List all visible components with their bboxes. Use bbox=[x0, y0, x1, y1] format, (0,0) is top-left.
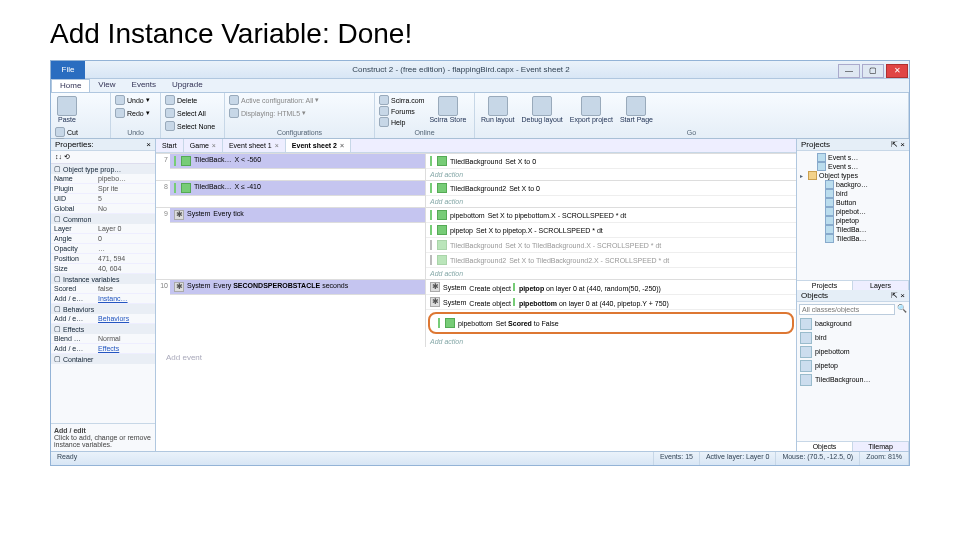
event-7[interactable]: 7 TiledBack…X < -560 TiledBackground Set… bbox=[156, 153, 796, 180]
object-item[interactable]: pipebottom bbox=[797, 345, 909, 359]
status-layer: Active layer: Layer 0 bbox=[700, 452, 776, 465]
tree-item[interactable]: TiledBa… bbox=[799, 225, 907, 234]
doc-tab-game[interactable]: Game× bbox=[184, 139, 223, 152]
cut-button[interactable]: Cut bbox=[55, 127, 83, 137]
display-config[interactable]: Displaying: HTML5 ▾ bbox=[229, 108, 306, 118]
help-link[interactable]: Help bbox=[379, 117, 424, 127]
panel-tab-layers[interactable]: Layers bbox=[853, 281, 909, 290]
tab-home[interactable]: Home bbox=[51, 79, 90, 92]
panel-tab-tilemap[interactable]: Tilemap bbox=[853, 442, 909, 451]
panel-pin[interactable]: ⇱ × bbox=[891, 140, 905, 149]
tree-item[interactable]: backgro… bbox=[799, 180, 907, 189]
run-button[interactable]: Run layout bbox=[479, 95, 516, 124]
select-none-button[interactable]: Select None bbox=[165, 121, 215, 131]
object-item[interactable]: bird bbox=[797, 331, 909, 345]
add-action[interactable]: Add action bbox=[426, 336, 796, 347]
active-config[interactable]: Active configuration: All ▾ bbox=[229, 95, 319, 105]
add-edit-effects-link[interactable]: Effects bbox=[98, 345, 152, 352]
close-icon[interactable]: × bbox=[212, 142, 216, 149]
ribbon-tabs: Home View Events Upgrade bbox=[51, 79, 909, 93]
section-effects[interactable]: Effects bbox=[51, 324, 155, 334]
close-icon[interactable]: × bbox=[275, 142, 279, 149]
ribbon: Paste Cut Copy Clipboard Undo ▾ Redo ▾ U… bbox=[51, 93, 909, 139]
sprite-icon bbox=[825, 216, 834, 225]
window-title: Construct 2 - (free edition) - flappingB… bbox=[85, 65, 837, 74]
tree-item[interactable]: Event s… bbox=[799, 153, 907, 162]
add-action[interactable]: Add action bbox=[426, 169, 796, 180]
panel-tab-projects[interactable]: Projects bbox=[797, 281, 853, 290]
status-events: Events: 15 bbox=[654, 452, 700, 465]
store-icon bbox=[438, 96, 458, 116]
add-event[interactable]: Add event bbox=[156, 347, 796, 368]
section-object-type[interactable]: Object type prop… bbox=[51, 164, 155, 174]
tree-folder-object-types[interactable]: Object types bbox=[799, 171, 907, 180]
scirra-link[interactable]: Scirra.com bbox=[379, 95, 424, 105]
event-10[interactable]: 10 SystemEvery SECONDSPEROBSTACLE second… bbox=[156, 279, 796, 347]
start-page-button[interactable]: Start Page bbox=[618, 95, 655, 124]
tree-item[interactable]: pipebot… bbox=[799, 207, 907, 216]
system-icon bbox=[174, 210, 184, 220]
sprite-icon bbox=[800, 346, 812, 358]
undo-group-label: Undo bbox=[115, 129, 156, 136]
section-container[interactable]: Container bbox=[51, 354, 155, 364]
panel-tab-objects[interactable]: Objects bbox=[797, 442, 853, 451]
globe-icon bbox=[379, 95, 389, 105]
section-instance-vars[interactable]: Instance variables bbox=[51, 274, 155, 284]
doc-tab-sheet2[interactable]: Event sheet 2× bbox=[286, 139, 351, 152]
export-button[interactable]: Export project bbox=[568, 95, 615, 124]
close-button[interactable]: ✕ bbox=[886, 64, 908, 78]
search-icon[interactable]: 🔍 bbox=[897, 304, 907, 315]
event-9[interactable]: 9 SystemEvery tick pipebottom Set X to p… bbox=[156, 207, 796, 279]
select-none-icon bbox=[165, 121, 175, 131]
cut-icon bbox=[55, 127, 65, 137]
select-all-button[interactable]: Select All bbox=[165, 108, 206, 118]
section-behaviors[interactable]: Behaviors bbox=[51, 304, 155, 314]
redo-button[interactable]: Redo ▾ bbox=[115, 108, 150, 118]
paste-button[interactable]: Paste bbox=[55, 95, 79, 124]
sheet-icon bbox=[817, 162, 826, 171]
tiledbg-icon bbox=[437, 240, 447, 250]
maximize-button[interactable]: ▢ bbox=[862, 64, 884, 78]
sprite-icon bbox=[825, 180, 834, 189]
tab-events[interactable]: Events bbox=[124, 79, 164, 92]
doc-tab-start[interactable]: Start bbox=[156, 139, 184, 152]
tree-item[interactable]: bird bbox=[799, 189, 907, 198]
file-menu[interactable]: File bbox=[51, 61, 85, 79]
tree-item[interactable]: pipetop bbox=[799, 216, 907, 225]
tree-item[interactable]: Button bbox=[799, 198, 907, 207]
delete-icon bbox=[165, 95, 175, 105]
pipebottom-icon bbox=[445, 318, 455, 328]
debug-button[interactable]: Debug layout bbox=[519, 95, 564, 124]
tab-upgrade[interactable]: Upgrade bbox=[164, 79, 211, 92]
add-edit-instance-vars-link[interactable]: Instanc… bbox=[98, 295, 152, 302]
add-action[interactable]: Add action bbox=[426, 196, 796, 207]
sprite-icon bbox=[825, 189, 834, 198]
undo-button[interactable]: Undo ▾ bbox=[115, 95, 150, 105]
scirra-store-button[interactable]: Scirra Store bbox=[427, 95, 468, 124]
event-8[interactable]: 8 TiledBack…X ≤ -410 TiledBackground2 Se… bbox=[156, 180, 796, 207]
right-panels: Projects⇱ × Event s… Event s… Object typ… bbox=[797, 139, 909, 451]
doc-tab-sheet1[interactable]: Event sheet 1× bbox=[223, 139, 286, 152]
add-action[interactable]: Add action bbox=[426, 268, 796, 279]
object-item[interactable]: background bbox=[797, 317, 909, 331]
add-edit-behaviors-link[interactable]: Behaviors bbox=[98, 315, 152, 322]
object-item[interactable]: pipetop bbox=[797, 359, 909, 373]
app-window: File Construct 2 - (free edition) - flap… bbox=[50, 60, 910, 466]
panel-pin[interactable]: × bbox=[146, 140, 151, 149]
tree-item[interactable]: TiledBa… bbox=[799, 234, 907, 243]
status-zoom: Zoom: 81% bbox=[860, 452, 909, 465]
properties-toolbar[interactable]: ↕↓ ⟲ bbox=[51, 151, 155, 164]
object-filter-input[interactable] bbox=[799, 304, 895, 315]
minimize-button[interactable]: — bbox=[838, 64, 860, 78]
delete-button[interactable]: Delete bbox=[165, 95, 197, 105]
object-item[interactable]: TiledBackgroun… bbox=[797, 373, 909, 387]
forums-link[interactable]: Forums bbox=[379, 106, 424, 116]
sheet-icon bbox=[817, 153, 826, 162]
section-common[interactable]: Common bbox=[51, 214, 155, 224]
tab-view[interactable]: View bbox=[90, 79, 123, 92]
properties-title: Properties: bbox=[55, 140, 94, 149]
tiledbg-icon bbox=[181, 156, 191, 166]
tree-item[interactable]: Event s… bbox=[799, 162, 907, 171]
panel-pin[interactable]: ⇱ × bbox=[891, 291, 905, 300]
close-icon[interactable]: × bbox=[340, 142, 344, 149]
